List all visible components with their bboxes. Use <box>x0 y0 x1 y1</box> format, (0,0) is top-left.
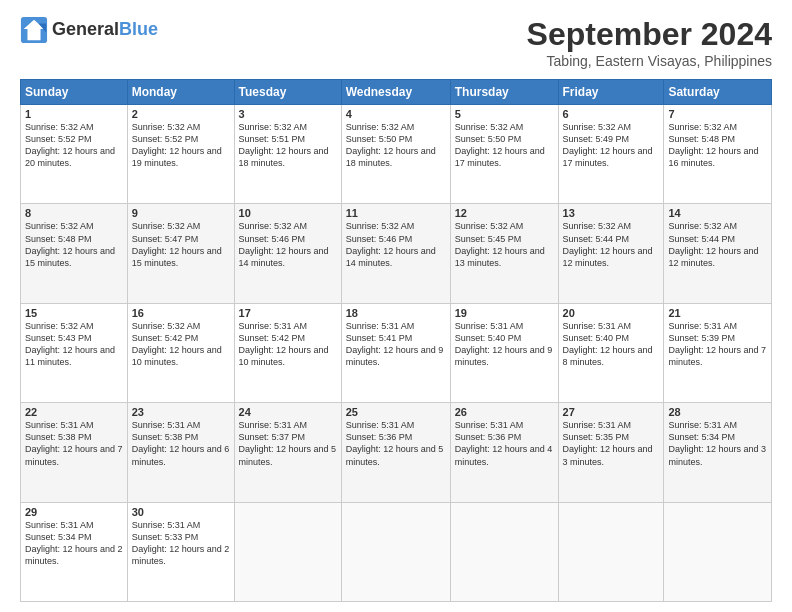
day-info: Sunrise: 5:31 AM Sunset: 5:33 PM Dayligh… <box>132 519 230 568</box>
day-number: 19 <box>455 307 554 319</box>
day-number: 22 <box>25 406 123 418</box>
calendar-title: September 2024 <box>527 16 772 53</box>
day-number: 4 <box>346 108 446 120</box>
calendar-day-cell: 16 Sunrise: 5:32 AM Sunset: 5:42 PM Dayl… <box>127 303 234 402</box>
day-info: Sunrise: 5:32 AM Sunset: 5:50 PM Dayligh… <box>346 121 446 170</box>
day-number: 8 <box>25 207 123 219</box>
calendar-day-cell: 20 Sunrise: 5:31 AM Sunset: 5:40 PM Dayl… <box>558 303 664 402</box>
calendar-table: SundayMondayTuesdayWednesdayThursdayFrid… <box>20 79 772 602</box>
day-info: Sunrise: 5:31 AM Sunset: 5:42 PM Dayligh… <box>239 320 337 369</box>
calendar-day-cell: 7 Sunrise: 5:32 AM Sunset: 5:48 PM Dayli… <box>664 105 772 204</box>
calendar-day-cell: 29 Sunrise: 5:31 AM Sunset: 5:34 PM Dayl… <box>21 502 128 601</box>
calendar-week-row: 29 Sunrise: 5:31 AM Sunset: 5:34 PM Dayl… <box>21 502 772 601</box>
day-info: Sunrise: 5:32 AM Sunset: 5:50 PM Dayligh… <box>455 121 554 170</box>
day-number: 12 <box>455 207 554 219</box>
calendar-day-cell: 5 Sunrise: 5:32 AM Sunset: 5:50 PM Dayli… <box>450 105 558 204</box>
calendar-subtitle: Tabing, Eastern Visayas, Philippines <box>527 53 772 69</box>
calendar-day-cell: 24 Sunrise: 5:31 AM Sunset: 5:37 PM Dayl… <box>234 403 341 502</box>
day-number: 29 <box>25 506 123 518</box>
calendar-day-cell: 17 Sunrise: 5:31 AM Sunset: 5:42 PM Dayl… <box>234 303 341 402</box>
weekday-header: Monday <box>127 80 234 105</box>
calendar-day-cell: 22 Sunrise: 5:31 AM Sunset: 5:38 PM Dayl… <box>21 403 128 502</box>
day-number: 26 <box>455 406 554 418</box>
calendar-day-cell: 30 Sunrise: 5:31 AM Sunset: 5:33 PM Dayl… <box>127 502 234 601</box>
day-number: 9 <box>132 207 230 219</box>
calendar-day-cell: 14 Sunrise: 5:32 AM Sunset: 5:44 PM Dayl… <box>664 204 772 303</box>
calendar-day-cell: 2 Sunrise: 5:32 AM Sunset: 5:52 PM Dayli… <box>127 105 234 204</box>
calendar-day-cell <box>234 502 341 601</box>
day-info: Sunrise: 5:32 AM Sunset: 5:43 PM Dayligh… <box>25 320 123 369</box>
logo-icon <box>20 16 48 44</box>
day-info: Sunrise: 5:32 AM Sunset: 5:51 PM Dayligh… <box>239 121 337 170</box>
day-info: Sunrise: 5:32 AM Sunset: 5:46 PM Dayligh… <box>239 220 337 269</box>
calendar-day-cell: 21 Sunrise: 5:31 AM Sunset: 5:39 PM Dayl… <box>664 303 772 402</box>
day-info: Sunrise: 5:32 AM Sunset: 5:44 PM Dayligh… <box>668 220 767 269</box>
calendar-day-cell: 11 Sunrise: 5:32 AM Sunset: 5:46 PM Dayl… <box>341 204 450 303</box>
calendar-week-row: 8 Sunrise: 5:32 AM Sunset: 5:48 PM Dayli… <box>21 204 772 303</box>
header: GeneralBlue September 2024 Tabing, Easte… <box>20 16 772 69</box>
day-number: 14 <box>668 207 767 219</box>
weekday-header: Friday <box>558 80 664 105</box>
calendar-day-cell: 23 Sunrise: 5:31 AM Sunset: 5:38 PM Dayl… <box>127 403 234 502</box>
calendar-day-cell: 9 Sunrise: 5:32 AM Sunset: 5:47 PM Dayli… <box>127 204 234 303</box>
weekday-header-row: SundayMondayTuesdayWednesdayThursdayFrid… <box>21 80 772 105</box>
page: GeneralBlue September 2024 Tabing, Easte… <box>0 0 792 612</box>
day-number: 27 <box>563 406 660 418</box>
day-info: Sunrise: 5:32 AM Sunset: 5:52 PM Dayligh… <box>132 121 230 170</box>
calendar-day-cell: 15 Sunrise: 5:32 AM Sunset: 5:43 PM Dayl… <box>21 303 128 402</box>
weekday-header: Wednesday <box>341 80 450 105</box>
day-number: 17 <box>239 307 337 319</box>
day-number: 16 <box>132 307 230 319</box>
day-info: Sunrise: 5:32 AM Sunset: 5:46 PM Dayligh… <box>346 220 446 269</box>
weekday-header: Sunday <box>21 80 128 105</box>
calendar-day-cell: 10 Sunrise: 5:32 AM Sunset: 5:46 PM Dayl… <box>234 204 341 303</box>
day-number: 28 <box>668 406 767 418</box>
day-info: Sunrise: 5:31 AM Sunset: 5:34 PM Dayligh… <box>668 419 767 468</box>
day-number: 18 <box>346 307 446 319</box>
logo: GeneralBlue <box>20 16 158 44</box>
calendar-day-cell: 4 Sunrise: 5:32 AM Sunset: 5:50 PM Dayli… <box>341 105 450 204</box>
day-info: Sunrise: 5:31 AM Sunset: 5:40 PM Dayligh… <box>563 320 660 369</box>
day-number: 25 <box>346 406 446 418</box>
calendar-day-cell: 25 Sunrise: 5:31 AM Sunset: 5:36 PM Dayl… <box>341 403 450 502</box>
calendar-day-cell: 27 Sunrise: 5:31 AM Sunset: 5:35 PM Dayl… <box>558 403 664 502</box>
weekday-header: Thursday <box>450 80 558 105</box>
day-info: Sunrise: 5:31 AM Sunset: 5:34 PM Dayligh… <box>25 519 123 568</box>
day-number: 21 <box>668 307 767 319</box>
calendar-day-cell <box>558 502 664 601</box>
day-number: 24 <box>239 406 337 418</box>
day-number: 5 <box>455 108 554 120</box>
calendar-day-cell: 12 Sunrise: 5:32 AM Sunset: 5:45 PM Dayl… <box>450 204 558 303</box>
calendar-day-cell <box>341 502 450 601</box>
calendar-day-cell: 26 Sunrise: 5:31 AM Sunset: 5:36 PM Dayl… <box>450 403 558 502</box>
day-number: 10 <box>239 207 337 219</box>
calendar-day-cell: 18 Sunrise: 5:31 AM Sunset: 5:41 PM Dayl… <box>341 303 450 402</box>
day-number: 6 <box>563 108 660 120</box>
day-info: Sunrise: 5:31 AM Sunset: 5:41 PM Dayligh… <box>346 320 446 369</box>
day-number: 11 <box>346 207 446 219</box>
day-number: 23 <box>132 406 230 418</box>
day-info: Sunrise: 5:32 AM Sunset: 5:42 PM Dayligh… <box>132 320 230 369</box>
day-info: Sunrise: 5:31 AM Sunset: 5:40 PM Dayligh… <box>455 320 554 369</box>
day-info: Sunrise: 5:31 AM Sunset: 5:36 PM Dayligh… <box>346 419 446 468</box>
calendar-day-cell: 19 Sunrise: 5:31 AM Sunset: 5:40 PM Dayl… <box>450 303 558 402</box>
day-number: 13 <box>563 207 660 219</box>
calendar-week-row: 15 Sunrise: 5:32 AM Sunset: 5:43 PM Dayl… <box>21 303 772 402</box>
weekday-header: Tuesday <box>234 80 341 105</box>
day-info: Sunrise: 5:32 AM Sunset: 5:49 PM Dayligh… <box>563 121 660 170</box>
day-info: Sunrise: 5:31 AM Sunset: 5:36 PM Dayligh… <box>455 419 554 468</box>
calendar-day-cell: 8 Sunrise: 5:32 AM Sunset: 5:48 PM Dayli… <box>21 204 128 303</box>
title-block: September 2024 Tabing, Eastern Visayas, … <box>527 16 772 69</box>
day-info: Sunrise: 5:31 AM Sunset: 5:37 PM Dayligh… <box>239 419 337 468</box>
day-info: Sunrise: 5:32 AM Sunset: 5:52 PM Dayligh… <box>25 121 123 170</box>
calendar-day-cell: 13 Sunrise: 5:32 AM Sunset: 5:44 PM Dayl… <box>558 204 664 303</box>
day-number: 15 <box>25 307 123 319</box>
logo-text: GeneralBlue <box>52 20 158 40</box>
calendar-day-cell <box>664 502 772 601</box>
day-info: Sunrise: 5:32 AM Sunset: 5:47 PM Dayligh… <box>132 220 230 269</box>
weekday-header: Saturday <box>664 80 772 105</box>
day-number: 30 <box>132 506 230 518</box>
calendar-day-cell: 6 Sunrise: 5:32 AM Sunset: 5:49 PM Dayli… <box>558 105 664 204</box>
calendar-day-cell: 1 Sunrise: 5:32 AM Sunset: 5:52 PM Dayli… <box>21 105 128 204</box>
day-info: Sunrise: 5:31 AM Sunset: 5:35 PM Dayligh… <box>563 419 660 468</box>
